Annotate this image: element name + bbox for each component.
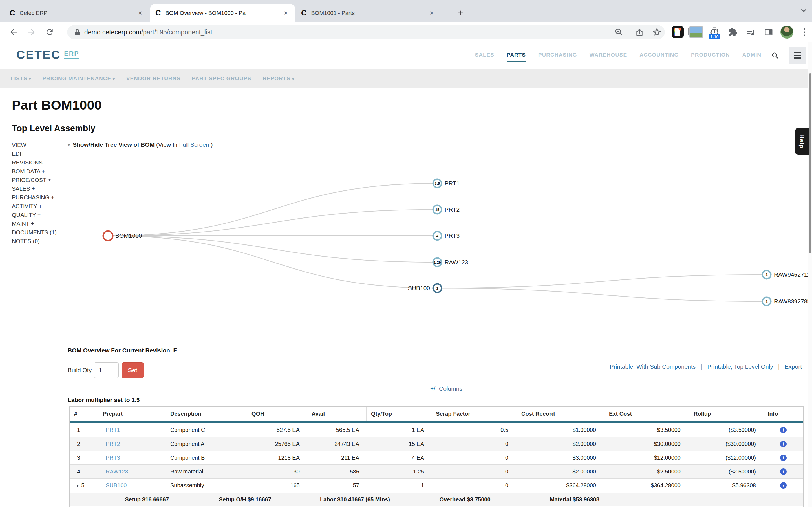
extension-timer-icon[interactable]: 1.10 bbox=[709, 27, 719, 37]
profile-avatar[interactable] bbox=[780, 25, 794, 39]
tree-node-prt1[interactable]: 3.5PRT1 bbox=[433, 179, 460, 187]
info-icon[interactable]: i bbox=[763, 451, 803, 465]
subnav-item-lists[interactable]: LISTS▾ bbox=[11, 75, 31, 82]
browser-menu-icon[interactable] bbox=[804, 29, 805, 36]
top-nav-item-accounting[interactable]: ACCOUNTING bbox=[640, 52, 679, 62]
top-nav-item-admin[interactable]: ADMIN bbox=[742, 52, 761, 62]
bom-row-prt2: 2PRT2Component A25765 EA24743 EA15 EA0$2… bbox=[70, 437, 803, 451]
help-tab-button[interactable]: Help bbox=[795, 128, 809, 155]
cell-rollup: $5.96308 bbox=[689, 478, 763, 492]
extensions-puzzle-icon[interactable] bbox=[728, 27, 738, 37]
share-icon[interactable] bbox=[635, 27, 644, 37]
zoom-out-icon[interactable] bbox=[614, 27, 623, 37]
url-bar[interactable]: demo.cetecerp.com/part/195/component_lis… bbox=[67, 25, 665, 39]
bookmark-star-icon[interactable] bbox=[652, 27, 662, 37]
cell-scrap: 0 bbox=[432, 465, 517, 478]
column-header-qoh: QOH bbox=[247, 407, 307, 421]
tree-node-circle[interactable] bbox=[103, 231, 113, 240]
browser-tab[interactable]: CCetec ERP✕ bbox=[4, 4, 149, 22]
column-header-scrap-factor: Scrap Factor bbox=[432, 407, 517, 421]
subnav-item-vendor-returns[interactable]: VENDOR RETURNS bbox=[126, 75, 181, 82]
info-icon[interactable]: i bbox=[780, 482, 786, 489]
header-menu-button[interactable] bbox=[789, 47, 806, 64]
bom-tree-diagram[interactable]: BOM10003.5PRT115PRT24PRT31.25RAW1231SUB1… bbox=[0, 152, 812, 327]
browser-tab[interactable]: CBOM1001 - Parts✕ bbox=[296, 4, 441, 22]
tree-node-raw8392785[interactable]: 1RAW8392785 bbox=[762, 297, 811, 305]
new-tab-button[interactable]: + bbox=[455, 7, 466, 18]
scrollbar-thumb[interactable] bbox=[809, 73, 811, 253]
build-qty-input[interactable] bbox=[94, 362, 119, 378]
side-menu-item-view[interactable]: VIEW bbox=[12, 141, 57, 150]
extension-image-icon[interactable] bbox=[689, 26, 703, 38]
top-nav-item-production[interactable]: PRODUCTION bbox=[691, 52, 730, 62]
top-nav-item-sales[interactable]: SALES bbox=[475, 52, 494, 62]
top-nav-item-warehouse[interactable]: WAREHOUSE bbox=[590, 52, 627, 62]
cell-cost_record: $2.00000 bbox=[517, 437, 605, 451]
header-search-button[interactable] bbox=[766, 47, 784, 64]
info-icon[interactable]: i bbox=[763, 465, 803, 478]
top-nav-item-parts[interactable]: PARTS bbox=[507, 52, 526, 62]
info-icon[interactable]: i bbox=[780, 455, 786, 461]
cell-prcpart[interactable]: PRT2 bbox=[98, 437, 166, 451]
subnav-item-reports[interactable]: REPORTS▾ bbox=[262, 75, 294, 82]
printable-link-export[interactable]: Export bbox=[784, 363, 802, 370]
tree-node-prt3[interactable]: 4PRT3 bbox=[433, 231, 460, 240]
columns-toggle-link[interactable]: +/- Columns bbox=[430, 385, 462, 392]
reload-icon[interactable] bbox=[45, 27, 54, 37]
cell-num: 2 bbox=[70, 437, 98, 451]
info-icon[interactable]: i bbox=[763, 423, 803, 437]
tree-node-raw123[interactable]: 1.25RAW123 bbox=[433, 258, 468, 267]
cell-prcpart[interactable]: PRT3 bbox=[98, 451, 166, 465]
page-scrollbar[interactable] bbox=[808, 42, 812, 507]
tab-close-icon[interactable]: ✕ bbox=[428, 9, 436, 17]
section-title: Top Level Assembly bbox=[12, 123, 95, 133]
info-icon[interactable]: i bbox=[780, 441, 786, 447]
cell-scrap: 0 bbox=[432, 451, 517, 465]
tree-link bbox=[108, 236, 437, 288]
window-chevron-icon[interactable] bbox=[800, 6, 808, 15]
info-icon[interactable]: i bbox=[763, 478, 803, 492]
cell-prcpart[interactable]: SUB100 bbox=[98, 478, 166, 492]
printable-link-printable-top-level-only[interactable]: Printable, Top Level Only bbox=[707, 363, 773, 370]
tree-link bbox=[437, 288, 767, 301]
info-icon[interactable]: i bbox=[780, 427, 786, 433]
cell-cost_record: $2.00000 bbox=[517, 465, 605, 478]
bom-overview-table: #PrcpartDescriptionQOHAvailQty/TopScrap … bbox=[69, 406, 804, 507]
tab-close-icon[interactable]: ✕ bbox=[282, 9, 290, 17]
cell-qoh: 1218 EA bbox=[247, 451, 307, 465]
cell-qoh: 30 bbox=[247, 465, 307, 478]
cell-ext_cost: $30.00000 bbox=[605, 437, 689, 451]
subnav-item-pricing-maintenance[interactable]: PRICING MAINTENANCE▾ bbox=[42, 75, 115, 82]
cetec-logo[interactable]: CETEC ERP bbox=[16, 49, 79, 61]
cell-qoh: 527.5 EA bbox=[247, 423, 307, 437]
tree-node-bom1000[interactable]: BOM1000 bbox=[103, 231, 142, 240]
back-icon[interactable] bbox=[9, 27, 18, 37]
tree-node-sub100[interactable]: 1SUB100 bbox=[408, 284, 442, 292]
full-screen-link[interactable]: Full Screen bbox=[179, 142, 209, 148]
column-header-rollup: Rollup bbox=[689, 407, 763, 421]
playlist-music-icon[interactable] bbox=[746, 27, 756, 37]
tree-node-raw9462711[interactable]: 1RAW9462711 bbox=[762, 270, 810, 279]
tree-node-prt2[interactable]: 15PRT2 bbox=[433, 205, 460, 214]
info-icon[interactable]: i bbox=[780, 468, 786, 475]
extension-doc-icon[interactable] bbox=[672, 26, 684, 38]
cell-ext_cost: $2.50000 bbox=[605, 465, 689, 478]
cell-prcpart[interactable]: PRT1 bbox=[98, 423, 166, 437]
cell-prcpart[interactable]: RAW123 bbox=[98, 465, 166, 478]
forward-icon[interactable] bbox=[27, 27, 36, 37]
top-nav-item-purchasing[interactable]: PURCHASING bbox=[538, 52, 577, 62]
printable-link-printable-with-sub-components[interactable]: Printable, With Sub Components bbox=[610, 363, 696, 370]
browser-tab[interactable]: CBOM Overview - BOM1000 - Pa✕ bbox=[150, 4, 295, 22]
column-header-info: Info bbox=[763, 407, 803, 421]
subnav-item-part-spec-groups[interactable]: PART SPEC GROUPS bbox=[192, 75, 251, 82]
tree-node-label: PRT1 bbox=[445, 180, 460, 186]
bom-row-prt3: 3PRT3Component B1218 EA211 EA4 EA0$3.000… bbox=[70, 451, 803, 465]
link-separator: | bbox=[701, 363, 702, 370]
cell-avail: -565.5 EA bbox=[307, 423, 366, 437]
info-icon[interactable]: i bbox=[763, 437, 803, 451]
tab-close-icon[interactable]: ✕ bbox=[136, 9, 144, 17]
expand-caret-icon[interactable]: ▸ bbox=[77, 483, 79, 488]
tree-view-toggle[interactable]: ▾Show/Hide Tree View of BOM (View In Ful… bbox=[68, 142, 213, 148]
set-button[interactable]: Set bbox=[121, 362, 144, 378]
side-panel-icon[interactable] bbox=[764, 27, 773, 37]
